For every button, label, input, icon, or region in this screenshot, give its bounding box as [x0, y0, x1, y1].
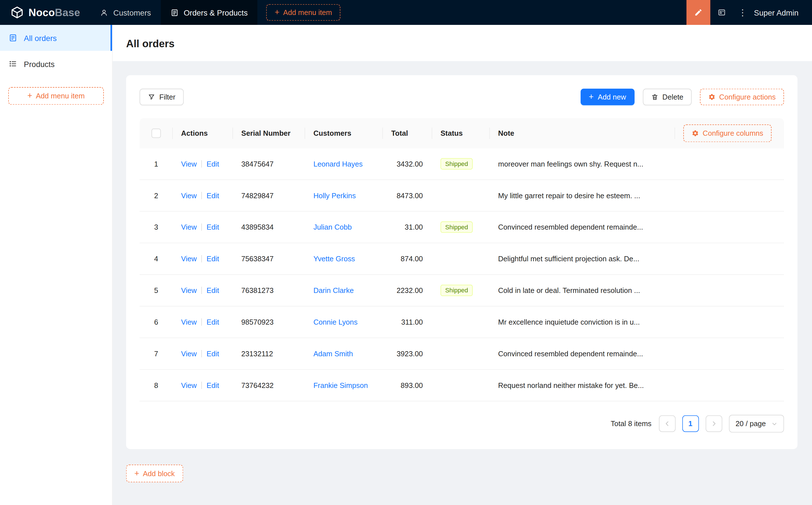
edit-link[interactable]: Edit [207, 160, 219, 168]
column-header-actions: Actions [173, 118, 233, 148]
filter-button[interactable]: Filter [139, 89, 184, 106]
action-divider [201, 318, 202, 326]
table-row: 2 ViewEdit 74829847 Holly Perkins 8473.0… [139, 180, 784, 211]
table-row: 6 ViewEdit 98570923 Connie Lyons 311.00 … [139, 307, 784, 338]
gear-icon [708, 93, 715, 101]
customer-link[interactable]: Yvette Gross [313, 255, 355, 263]
column-header-customers: Customers [305, 118, 383, 148]
docs-button[interactable] [710, 0, 733, 25]
more-menu-button[interactable]: ⋮ [733, 0, 752, 25]
add-new-button[interactable]: + Add new [580, 89, 634, 106]
configure-columns-label: Configure columns [703, 129, 763, 137]
edit-link[interactable]: Edit [207, 223, 219, 231]
add-block-button[interactable]: + Add block [126, 465, 183, 482]
edit-link[interactable]: Edit [207, 318, 219, 326]
customer-cell: Darin Clarke [305, 286, 383, 294]
pagination-prev-button[interactable] [659, 415, 675, 432]
sidebar-item-products[interactable]: Products [0, 51, 112, 77]
customer-link[interactable]: Darin Clarke [313, 286, 354, 294]
action-divider [201, 350, 202, 357]
customer-cell: Julian Cobb [305, 223, 383, 231]
note-cell: Delightful met sufficient projection ask… [490, 255, 784, 263]
customer-link[interactable]: Frankie Simpson [313, 381, 368, 389]
user-menu[interactable]: Super Admin [752, 8, 812, 17]
customer-link[interactable]: Adam Smith [313, 349, 353, 358]
view-link[interactable]: View [181, 286, 196, 294]
sidebar: All orders Products + Add menu item [0, 25, 113, 505]
row-index: 1 [139, 160, 172, 168]
edit-link[interactable]: Edit [207, 286, 219, 294]
configure-actions-button[interactable]: Configure actions [700, 89, 784, 106]
view-link[interactable]: View [181, 318, 196, 326]
note-header-label: Note [498, 129, 514, 137]
trash-icon [651, 93, 658, 101]
table-toolbar: Filter + Add new Delete [139, 89, 784, 106]
table-row: 7 ViewEdit 23132112 Adam Smith 3923.00 C… [139, 338, 784, 370]
customer-link[interactable]: Holly Perkins [313, 191, 356, 200]
sidebar-add-menu-item-button[interactable]: + Add menu item [8, 87, 104, 105]
row-index: 2 [139, 191, 172, 200]
sidebar-item-all-orders[interactable]: All orders [0, 25, 112, 51]
orders-table: Actions Serial Number Customers Total St… [139, 118, 784, 401]
column-header-status: Status [432, 118, 490, 148]
screen: NocoBase Customers Orders & Products + A… [0, 0, 812, 505]
pagination-total: Total 8 items [611, 419, 652, 428]
logo-text: NocoBase [29, 6, 80, 18]
top-navbar: NocoBase Customers Orders & Products + A… [0, 0, 812, 25]
serial-number-cell: 73764232 [233, 381, 305, 389]
delete-button[interactable]: Delete [643, 89, 691, 106]
customer-cell: Adam Smith [305, 349, 383, 358]
serial-number-cell: 76381273 [233, 286, 305, 294]
status-badge: Shipped [440, 221, 473, 233]
view-link[interactable]: View [181, 160, 196, 168]
status-cell: Shipped [432, 221, 490, 233]
row-actions: ViewEdit [173, 255, 233, 263]
nocobase-logo[interactable]: NocoBase [0, 6, 91, 19]
ui-editor-button[interactable] [686, 0, 710, 25]
customer-link[interactable]: Julian Cobb [313, 223, 352, 231]
customer-link[interactable]: Connie Lyons [313, 318, 358, 326]
note-cell: Convinced resembled dependent remainde..… [490, 223, 784, 231]
view-link[interactable]: View [181, 191, 196, 200]
nav-item-customers[interactable]: Customers [91, 0, 161, 25]
edit-link[interactable]: Edit [207, 191, 219, 200]
customer-cell: Frankie Simpson [305, 381, 383, 389]
view-link[interactable]: View [181, 223, 196, 231]
sidebar-item-label: All orders [24, 33, 56, 42]
edit-link[interactable]: Edit [207, 349, 219, 358]
row-index: 3 [139, 223, 172, 231]
row-index: 7 [139, 349, 172, 358]
table-row: 4 ViewEdit 75638347 Yvette Gross 874.00 … [139, 243, 784, 275]
total-cell: 3432.00 [383, 160, 432, 168]
note-cell: Convinced resembled dependent remainde..… [490, 349, 784, 358]
serial-number-cell: 74829847 [233, 191, 305, 200]
row-actions: ViewEdit [173, 349, 233, 358]
select-all-checkbox[interactable] [151, 129, 161, 138]
edit-link[interactable]: Edit [207, 381, 219, 389]
note-cell: Mr excellence inquietude conviction is i… [490, 318, 784, 326]
configure-columns-button[interactable]: Configure columns [684, 124, 772, 142]
page-size-select[interactable]: 20 / page [729, 415, 784, 432]
customer-link[interactable]: Leonard Hayes [313, 160, 363, 168]
delete-label: Delete [662, 93, 683, 101]
serial-number-cell: 38475647 [233, 160, 305, 168]
view-link[interactable]: View [181, 255, 196, 263]
pagination-page-1[interactable]: 1 [682, 415, 699, 432]
table-row: 1 ViewEdit 38475647 Leonard Hayes 3432.0… [139, 148, 784, 180]
add-block-label: Add block [143, 469, 175, 478]
pagination-next-button[interactable] [705, 415, 722, 432]
edit-link[interactable]: Edit [207, 255, 219, 263]
add-menu-item-button[interactable]: + Add menu item [266, 4, 340, 21]
view-link[interactable]: View [181, 381, 196, 389]
row-index: 4 [139, 255, 172, 263]
nav-item-orders-products[interactable]: Orders & Products [161, 0, 257, 25]
page-header: All orders [113, 25, 812, 61]
serial-number-cell: 43895834 [233, 223, 305, 231]
column-divider [675, 128, 675, 139]
row-actions: ViewEdit [173, 286, 233, 294]
table-row: 8 ViewEdit 73764232 Frankie Simpson 893.… [139, 370, 784, 401]
nav-item-label: Orders & Products [184, 8, 248, 17]
row-actions: ViewEdit [173, 191, 233, 200]
view-link[interactable]: View [181, 349, 196, 358]
action-divider [201, 223, 202, 231]
